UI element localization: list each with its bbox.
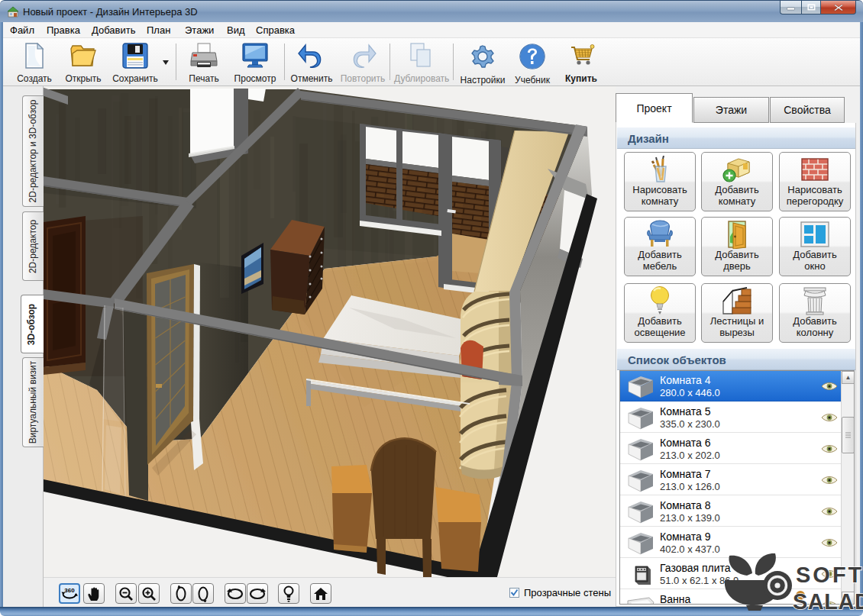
- svg-text:360: 360: [64, 587, 75, 594]
- svg-text:SALAD: SALAD: [793, 589, 863, 614]
- svg-text:SOFT: SOFT: [796, 563, 863, 587]
